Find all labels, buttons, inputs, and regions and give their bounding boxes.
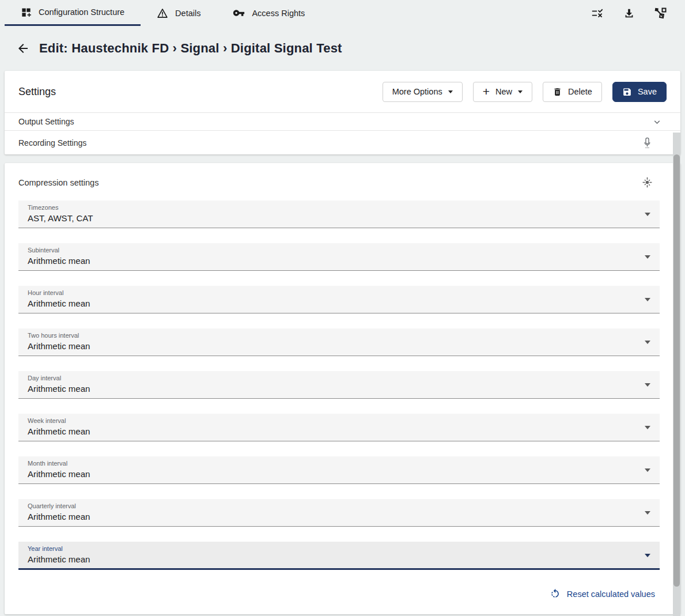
dropdown-arrow-icon bbox=[645, 468, 650, 472]
field-label: Day interval bbox=[28, 375, 637, 381]
chevron-down-icon[interactable] bbox=[652, 117, 662, 127]
field-label: Subinterval bbox=[28, 247, 637, 254]
section-output-settings[interactable]: Output Settings bbox=[5, 112, 680, 130]
tab-label: Details bbox=[175, 9, 200, 18]
plus-icon: + bbox=[483, 85, 490, 97]
select-field-year-interval[interactable]: Year interval Arithmetic mean bbox=[18, 542, 660, 570]
field-label: Month interval bbox=[28, 460, 637, 467]
topbar-actions bbox=[591, 0, 685, 26]
tab-label: Access Rights bbox=[252, 9, 305, 18]
settings-toolbar: More Options + New Delete Save bbox=[383, 82, 667, 102]
page-title: Edit: Haustechnik FD › Signal › Digital … bbox=[39, 41, 342, 56]
download-icon[interactable] bbox=[622, 6, 636, 20]
tab-access-rights[interactable]: Access Rights bbox=[217, 0, 321, 26]
section-recording-settings[interactable]: Recording Settings bbox=[5, 130, 680, 154]
dropdown-arrow-icon bbox=[645, 298, 650, 301]
select-field-two-hours-interval[interactable]: Two hours interval Arithmetic mean bbox=[18, 328, 660, 356]
dropdown-arrow-icon bbox=[645, 426, 650, 429]
dropdown-arrow-icon bbox=[645, 554, 650, 557]
field-value: Arithmetic mean bbox=[28, 512, 637, 521]
section-label: Output Settings bbox=[18, 117, 74, 126]
top-tab-bar: Configuration Structure Details Access R… bbox=[0, 0, 685, 26]
reset-label: Reset calculated values bbox=[567, 589, 655, 599]
field-value: Arithmetic mean bbox=[28, 341, 637, 351]
trash-icon bbox=[552, 86, 562, 97]
compression-card: Compression settings Timezones AST, AWST… bbox=[5, 163, 680, 614]
delete-label: Delete bbox=[568, 87, 592, 96]
chevron-down-icon bbox=[518, 90, 523, 93]
new-label: New bbox=[495, 87, 512, 96]
field-label: Two hours interval bbox=[28, 332, 637, 339]
more-options-label: More Options bbox=[392, 87, 442, 96]
select-field-timezones[interactable]: Timezones AST, AWST, CAT bbox=[18, 201, 660, 228]
dashboard-customize-icon bbox=[21, 7, 32, 18]
vertical-scrollbar[interactable] bbox=[673, 133, 680, 616]
section-label: Recording Settings bbox=[18, 138, 86, 148]
key-icon bbox=[233, 7, 245, 19]
page-header: Edit: Haustechnik FD › Signal › Digital … bbox=[0, 26, 685, 71]
warning-triangle-icon bbox=[157, 7, 168, 19]
field-value: Arithmetic mean bbox=[28, 298, 637, 308]
dropdown-arrow-icon bbox=[645, 213, 650, 216]
back-arrow-button[interactable] bbox=[12, 37, 35, 60]
new-button[interactable]: + New bbox=[473, 82, 532, 102]
delete-button[interactable]: Delete bbox=[543, 82, 602, 102]
dropdown-arrow-icon bbox=[645, 341, 650, 344]
save-icon bbox=[622, 87, 632, 97]
field-value: Arithmetic mean bbox=[28, 469, 637, 479]
select-field-hour-interval[interactable]: Hour interval Arithmetic mean bbox=[18, 286, 660, 313]
select-field-quarterly-interval[interactable]: Quarterly interval Arithmetic mean bbox=[18, 499, 660, 527]
settings-title: Settings bbox=[18, 86, 56, 98]
rotate-left-icon bbox=[550, 588, 561, 599]
dropdown-arrow-icon bbox=[645, 511, 650, 515]
reset-calculated-values-button[interactable]: Reset calculated values bbox=[5, 585, 680, 605]
field-label: Quarterly interval bbox=[28, 502, 637, 509]
field-label: Week interval bbox=[28, 417, 637, 424]
field-value: Arithmetic mean bbox=[28, 554, 637, 564]
field-value: Arithmetic mean bbox=[28, 426, 637, 436]
microphone-icon[interactable] bbox=[642, 137, 653, 149]
field-label: Timezones bbox=[28, 204, 637, 211]
settings-header-row: Settings More Options + New Delete bbox=[5, 71, 680, 112]
field-value: Arithmetic mean bbox=[28, 384, 637, 394]
settings-card: Settings More Options + New Delete bbox=[5, 71, 680, 154]
save-button[interactable]: Save bbox=[612, 82, 667, 102]
field-label: Year interval bbox=[28, 545, 637, 552]
flare-icon[interactable] bbox=[642, 177, 653, 188]
compression-header-row: Compression settings bbox=[5, 163, 680, 201]
compression-title: Compression settings bbox=[18, 178, 99, 187]
dropdown-arrow-icon bbox=[645, 383, 650, 387]
select-field-subinterval[interactable]: Subinterval Arithmetic mean bbox=[18, 243, 660, 271]
select-field-day-interval[interactable]: Day interval Arithmetic mean bbox=[18, 371, 660, 399]
scrollbar-thumb[interactable] bbox=[673, 154, 680, 587]
field-value: AST, AWST, CAT bbox=[28, 213, 637, 223]
rule-checklist-icon[interactable] bbox=[591, 6, 604, 20]
tab-configuration-structure[interactable]: Configuration Structure bbox=[5, 0, 141, 26]
select-field-week-interval[interactable]: Week interval Arithmetic mean bbox=[18, 414, 660, 441]
hierarchy-icon[interactable] bbox=[654, 6, 668, 20]
save-label: Save bbox=[638, 87, 657, 96]
arrow-back-icon bbox=[16, 41, 30, 55]
select-field-month-interval[interactable]: Month interval Arithmetic mean bbox=[18, 456, 660, 484]
more-options-button[interactable]: More Options bbox=[383, 82, 463, 102]
tab-details[interactable]: Details bbox=[141, 0, 217, 26]
tab-label: Configuration Structure bbox=[39, 7, 124, 17]
field-label: Hour interval bbox=[28, 289, 637, 296]
chevron-down-icon bbox=[448, 90, 453, 93]
dropdown-arrow-icon bbox=[645, 255, 650, 259]
field-value: Arithmetic mean bbox=[28, 256, 637, 266]
